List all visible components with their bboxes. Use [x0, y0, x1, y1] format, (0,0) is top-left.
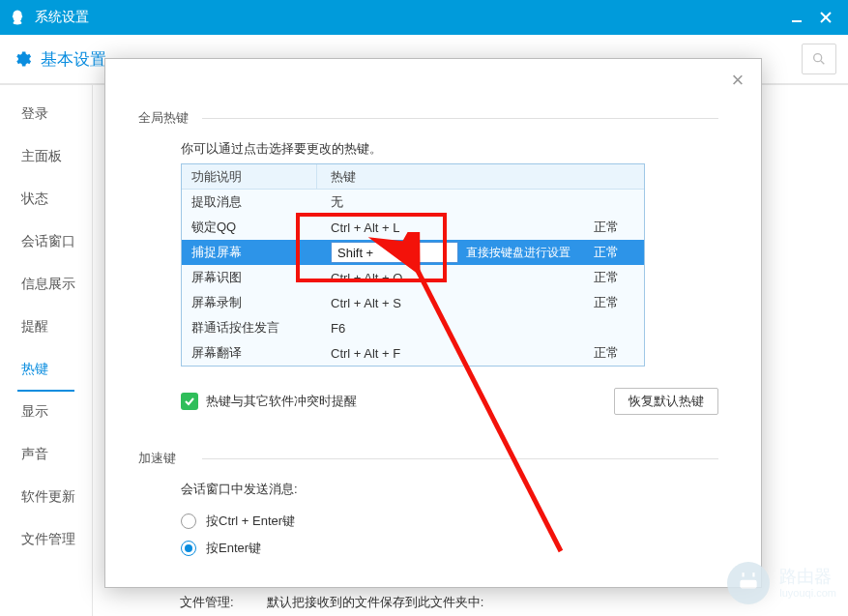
hotkey-desc: 你可以通过点击选择要更改的热键。	[181, 140, 718, 158]
conflict-checkbox[interactable]: 热键与其它软件冲突时提醒	[181, 393, 357, 410]
sidebar-item-hotkeys[interactable]: 热键	[0, 348, 92, 391]
svg-rect-6	[741, 580, 757, 589]
hotkey-row[interactable]: 提取消息 无	[182, 190, 644, 215]
search-input[interactable]	[802, 44, 836, 74]
watermark-url: luyouqi.com	[779, 587, 836, 599]
sidebar-item-mainpanel[interactable]: 主面板	[0, 135, 92, 178]
gear-icon	[12, 48, 33, 70]
divider	[202, 118, 718, 119]
hotkey-settings-modal: × 全局热键 你可以通过点击选择要更改的热键。 功能说明 热键 提取消息 无 锁…	[104, 58, 762, 588]
sidebar-item-display[interactable]: 显示	[0, 391, 92, 433]
sidebar-item-files[interactable]: 文件管理	[0, 518, 92, 561]
radio-ctrl-enter[interactable]: 按Ctrl + Enter键	[181, 508, 718, 535]
watermark-title: 路由器	[779, 568, 836, 587]
close-button[interactable]	[811, 4, 840, 31]
titlebar: 系统设置	[0, 0, 848, 35]
file-mgmt-label: 文件管理:	[180, 594, 234, 611]
svg-point-3	[814, 54, 822, 62]
sidebar-item-update[interactable]: 软件更新	[0, 476, 92, 518]
modal-close-button[interactable]: ×	[726, 69, 749, 92]
sidebar-item-infodisplay[interactable]: 信息展示	[0, 263, 92, 306]
radio-icon	[181, 513, 196, 529]
hotkey-row[interactable]: 屏幕识图 Ctrl + Alt + O 正常	[182, 265, 644, 290]
sidebar-item-sound[interactable]: 声音	[0, 433, 92, 476]
hotkey-row[interactable]: 锁定QQ Ctrl + Alt + L 正常	[182, 215, 644, 240]
hotkey-table: 功能说明 热键 提取消息 无 锁定QQ Ctrl + Alt + L 正常 捕捉…	[181, 163, 645, 367]
sidebar-item-remind[interactable]: 提醒	[0, 306, 92, 348]
watermark-logo-icon	[727, 562, 770, 604]
col-hotkey: 热键	[317, 168, 644, 186]
hotkey-table-header: 功能说明 热键	[182, 164, 644, 190]
sidebar-item-login[interactable]: 登录	[0, 93, 92, 135]
minimize-button[interactable]	[782, 4, 811, 31]
divider	[202, 458, 718, 459]
restore-default-hotkeys-button[interactable]: 恢复默认热键	[614, 388, 718, 415]
section-accelerator-label: 加速键	[138, 450, 194, 467]
hotkey-row[interactable]: 群通话按住发言 F6	[182, 315, 644, 340]
hotkey-row-selected[interactable]: 捕捉屏幕 直接按键盘进行设置 正常	[182, 240, 644, 265]
svg-line-4	[821, 61, 824, 64]
hotkey-edit-hint: 直接按键盘进行设置	[466, 245, 570, 261]
window-title: 系统设置	[35, 9, 89, 26]
section-global-hotkeys-label: 全局热键	[138, 109, 194, 127]
sidebar-item-chatwindow[interactable]: 会话窗口	[0, 220, 92, 263]
file-mgmt-row: 文件管理: 默认把接收到的文件保存到此文件夹中:	[180, 594, 483, 611]
checkbox-checked-icon	[181, 393, 198, 410]
hotkey-edit-input[interactable]	[331, 242, 458, 263]
hotkey-row[interactable]: 屏幕录制 Ctrl + Alt + S 正常	[182, 290, 644, 315]
radio-enter[interactable]: 按Enter键	[181, 535, 718, 562]
radio-checked-icon	[181, 541, 196, 556]
col-function: 功能说明	[182, 164, 317, 189]
send-msg-label: 会话窗口中发送消息:	[181, 481, 718, 498]
app-logo-icon	[8, 8, 27, 27]
sidebar-item-status[interactable]: 状态	[0, 178, 92, 220]
hotkey-row[interactable]: 屏幕翻译 Ctrl + Alt + F 正常	[182, 340, 644, 366]
settings-sidebar: 登录 主面板 状态 会话窗口 信息展示 提醒 热键 显示 声音 软件更新 文件管…	[0, 85, 93, 616]
file-mgmt-text: 默认把接收到的文件保存到此文件夹中:	[267, 594, 484, 611]
tab-basic-settings[interactable]: 基本设置	[41, 48, 106, 71]
watermark: 路由器 luyouqi.com	[727, 562, 836, 604]
